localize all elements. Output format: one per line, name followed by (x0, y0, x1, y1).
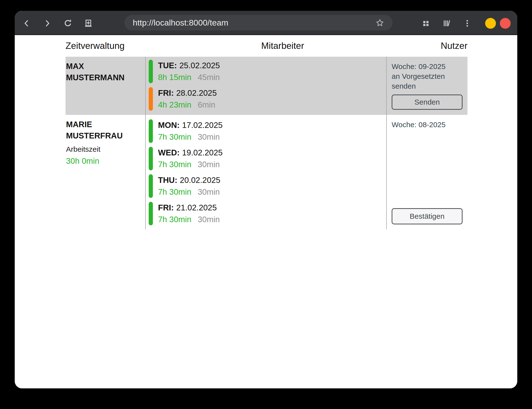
time-entries-cell: TUE:25.02.2025 8h 15min45min FRI:28.02.2… (145, 57, 386, 115)
status-bar (149, 147, 153, 170)
entry-day: WED: (158, 148, 180, 157)
entry-time-line: 4h 23min6min (158, 99, 217, 111)
entry-day-line: WED:19.02.2025 (158, 147, 223, 159)
employee-row-max-mustermann: MAX MUSTERMANN TUE:25.02.2025 8h 15min45… (66, 57, 467, 115)
entry-date: 21.02.2025 (176, 203, 217, 212)
team-table: Zeitverwaltung Mitarbeiter Nutzer MAX MU… (66, 35, 467, 229)
time-entry: FRI:21.02.2025 7h 30min30min (149, 202, 386, 225)
entry-time-line: 7h 30min30min (158, 159, 223, 170)
employee-name-cell: MAX MUSTERMANN (66, 57, 145, 115)
chevron-right-icon (42, 18, 52, 28)
worktime-total: 30h 0min (66, 156, 140, 166)
status-bar (149, 202, 153, 225)
entry-pause: 30min (198, 215, 220, 224)
status-bar (149, 60, 153, 83)
time-entry: TUE:25.02.2025 8h 15min45min (149, 60, 386, 83)
entry-worked: 7h 30min (158, 215, 191, 224)
kebab-menu-icon (463, 19, 472, 28)
worktime-label: Arbeitszeit (66, 144, 140, 154)
minimize-window-button[interactable] (485, 18, 496, 29)
entry-pause: 45min (198, 73, 220, 82)
entry-day-line: MON:17.02.2025 (158, 119, 223, 131)
address-bar[interactable]: http://localhost:8000/team (124, 15, 393, 30)
week-action-cell: Woche: 08-2025 Bestätigen (386, 115, 467, 229)
url-text: http://localhost:8000/team (133, 18, 228, 27)
entry-worked: 8h 15min (158, 73, 191, 82)
close-window-button[interactable] (500, 18, 511, 29)
week-label: Woche: 08-2025 (392, 120, 463, 130)
entry-worked: 7h 30min (158, 132, 191, 141)
tab-overview-button[interactable] (420, 17, 432, 29)
reload-icon (63, 18, 73, 28)
entry-pause: 30min (198, 132, 220, 141)
bestaetigen-button[interactable]: Bestätigen (392, 208, 463, 224)
entry-pause: 30min (198, 160, 220, 169)
entry-time-line: 8h 15min45min (158, 71, 220, 83)
entry-day-line: THU:20.02.2025 (158, 174, 220, 186)
week-note: an Vorgesetzten senden (392, 71, 463, 91)
entry-date: 17.02.2025 (182, 121, 223, 130)
star-icon (375, 18, 385, 27)
entry-worked: 4h 23min (158, 100, 191, 109)
page-content: Zeitverwaltung Mitarbeiter Nutzer MAX MU… (15, 35, 517, 388)
entry-day-line: FRI:21.02.2025 (158, 202, 220, 214)
reload-button[interactable] (62, 17, 74, 29)
entry-time-line: 7h 30min30min (158, 186, 220, 198)
status-bar (149, 119, 153, 143)
entry-day: MON: (158, 121, 180, 130)
week-label: Woche: 09-2025 (392, 62, 463, 71)
chevron-left-icon (22, 18, 31, 28)
entry-time-line: 7h 30min30min (158, 214, 220, 225)
week-action-cell: Woche: 09-2025 an Vorgesetzten senden Se… (386, 57, 467, 115)
window-plus-icon (83, 18, 93, 28)
employee-name: MAX MUSTERMANN (66, 61, 140, 83)
employee-name: MARIE MUSTERFRAU (66, 119, 140, 141)
back-button[interactable] (21, 17, 32, 29)
employee-row-marie-musterfrau: MARIE MUSTERFRAU Arbeitszeit 30h 0min MO… (66, 115, 467, 229)
time-entry: FRI:28.02.2025 4h 23min6min (149, 87, 386, 111)
entry-pause: 6min (198, 100, 215, 109)
entry-day: FRI: (158, 203, 174, 212)
entry-pause: 30min (198, 187, 220, 196)
page-header: Zeitverwaltung Mitarbeiter Nutzer (66, 35, 467, 57)
senden-button[interactable]: Senden (392, 95, 463, 110)
time-entry: MON:17.02.2025 7h 30min30min (149, 119, 386, 143)
library-icon (442, 18, 452, 28)
grid-icon (421, 19, 431, 28)
menu-button[interactable] (461, 17, 473, 29)
entry-day: FRI: (158, 88, 174, 97)
library-button[interactable] (441, 17, 452, 29)
entry-day-line: TUE:25.02.2025 (158, 60, 220, 71)
header-zeitverwaltung: Zeitverwaltung (66, 41, 125, 51)
entry-date: 20.02.2025 (180, 176, 220, 185)
new-window-button[interactable] (82, 17, 94, 29)
entry-day: THU: (158, 176, 177, 185)
employee-name-cell: MARIE MUSTERFRAU Arbeitszeit 30h 0min (66, 115, 145, 229)
bookmark-button[interactable] (374, 17, 385, 28)
time-entries-cell: MON:17.02.2025 7h 30min30min WED:19.02.2… (145, 115, 386, 229)
header-mitarbeiter: Mitarbeiter (261, 41, 304, 51)
entry-day: TUE: (158, 61, 177, 70)
time-entry: WED:19.02.2025 7h 30min30min (149, 147, 386, 170)
entry-worked: 7h 30min (158, 160, 191, 169)
entry-date: 25.02.2025 (179, 61, 220, 70)
entry-day-line: FRI:28.02.2025 (158, 87, 217, 99)
forward-button[interactable] (41, 17, 53, 29)
entry-date: 19.02.2025 (182, 148, 223, 157)
entry-date: 28.02.2025 (176, 88, 217, 97)
status-bar (149, 87, 153, 111)
entry-worked: 7h 30min (158, 187, 191, 196)
browser-toolbar: http://localhost:8000/team (15, 11, 517, 35)
header-nutzer: Nutzer (441, 41, 467, 51)
status-bar (149, 174, 153, 198)
time-entry: THU:20.02.2025 7h 30min30min (149, 174, 386, 198)
browser-window: http://localhost:8000/team (15, 11, 517, 388)
entry-time-line: 7h 30min30min (158, 131, 223, 143)
